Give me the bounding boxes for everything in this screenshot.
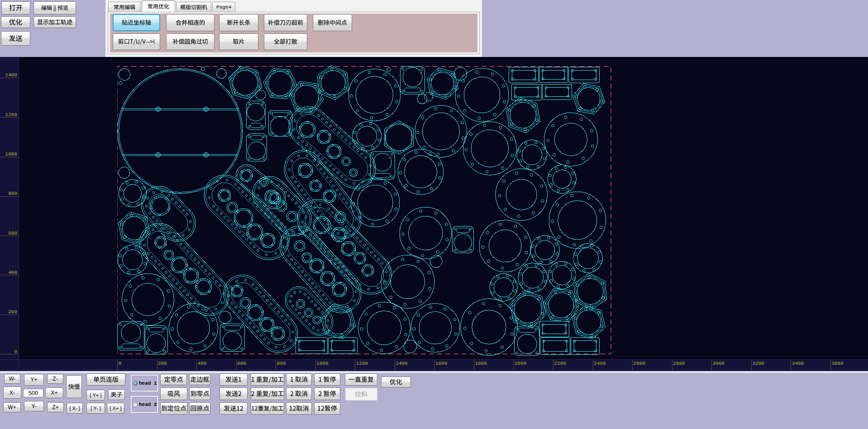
svg-text:1200: 1200: [356, 361, 368, 366]
svg-text:1400: 1400: [396, 361, 407, 366]
svg-text:1000: 1000: [5, 151, 17, 157]
svg-text:400: 400: [8, 270, 17, 275]
svg-text:2000: 2000: [515, 361, 526, 366]
svg-text:1000: 1000: [316, 361, 328, 366]
svg-text:0: 0: [14, 349, 17, 354]
svg-text:0: 0: [119, 361, 122, 366]
svg-text:1400: 1400: [5, 72, 17, 78]
svg-text:3000: 3000: [713, 361, 725, 366]
svg-text:600: 600: [8, 231, 17, 236]
svg-text:3400: 3400: [792, 361, 804, 366]
svg-text:1200: 1200: [5, 112, 17, 118]
svg-text:1800: 1800: [475, 361, 486, 366]
svg-text:2400: 2400: [594, 361, 606, 366]
svg-text:2600: 2600: [634, 361, 645, 366]
svg-text:2200: 2200: [554, 361, 566, 366]
svg-text:3200: 3200: [752, 361, 764, 366]
svg-text:400: 400: [198, 361, 207, 366]
svg-text:800: 800: [277, 361, 286, 366]
svg-text:1600: 1600: [435, 361, 447, 366]
svg-text:800: 800: [8, 191, 17, 196]
svg-text:600: 600: [237, 361, 246, 366]
svg-text:200: 200: [158, 361, 167, 366]
svg-text:200: 200: [8, 309, 17, 315]
svg-text:2800: 2800: [673, 361, 685, 366]
svg-text:3600: 3600: [831, 361, 843, 366]
